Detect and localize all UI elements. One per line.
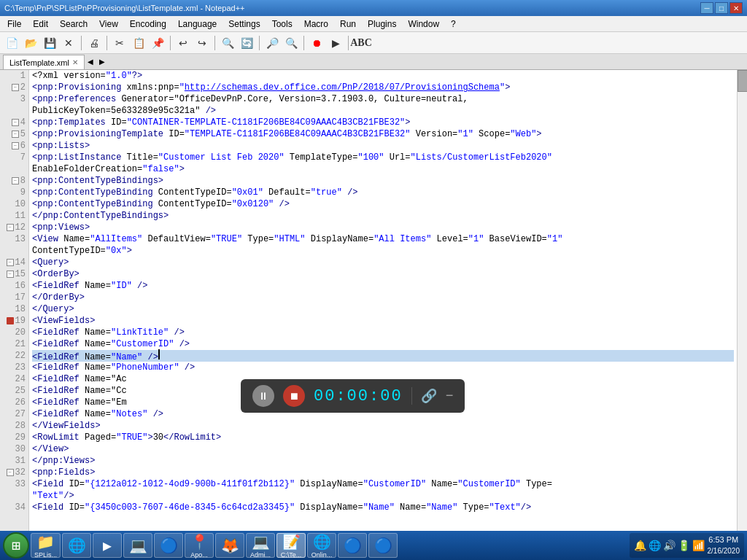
taskbar-btn-9[interactable]: 🌐Onlin...: [307, 533, 336, 558]
print-button[interactable]: 🖨: [85, 34, 103, 52]
macro-play-button[interactable]: ▶: [327, 34, 344, 52]
menu-item-run[interactable]: Run: [334, 18, 362, 31]
timer-link-icon[interactable]: 🔗: [421, 388, 437, 404]
fold-icon-6[interactable]: −: [12, 142, 19, 149]
copy-button[interactable]: 📋: [130, 34, 147, 52]
code-line-34: <pnp:Fields>: [32, 467, 734, 478]
toolbar-separator-5: [259, 36, 260, 50]
taskbar-btn-3[interactable]: 💻: [123, 533, 152, 558]
fold-icon-13[interactable]: −: [7, 224, 14, 231]
line-number-text-31: 29: [15, 432, 26, 443]
code-line-19: </OrderBy>: [32, 292, 734, 303]
scrollbar[interactable]: [737, 70, 747, 542]
fold-icon-5[interactable]: −: [12, 131, 19, 138]
line-num-25: 23: [3, 362, 26, 373]
line-number-text-32: 30: [15, 443, 26, 455]
menu-item-edit[interactable]: Edit: [27, 18, 54, 31]
fold-icon-17[interactable]: −: [7, 271, 14, 278]
taskbar-btn-11[interactable]: 🔵: [368, 533, 398, 558]
line-number-text-25: 23: [15, 362, 26, 373]
timer-pause-button[interactable]: ⏸: [252, 385, 274, 407]
timer-dash-icon: −: [446, 389, 454, 403]
line-num-36: [3, 490, 26, 502]
open-button[interactable]: 📂: [22, 34, 39, 52]
taskbar-btn-7[interactable]: 💻Admi...: [246, 533, 275, 558]
line-num-9: −8: [3, 175, 26, 187]
line-num-14: 13: [3, 233, 26, 245]
taskbar-btn-5[interactable]: 📍Apo...: [185, 533, 214, 558]
taskbar-btn-0[interactable]: 📁SPLis...: [31, 533, 61, 558]
taskbar-btn-8[interactable]: 📝C:\Te...: [276, 533, 306, 558]
find-button[interactable]: 🔍: [219, 34, 236, 52]
menu-item-encoding[interactable]: Encoding: [124, 18, 172, 31]
taskbar-btn-icon-6: 🦊: [221, 537, 239, 555]
menu-item-plugins[interactable]: Plugins: [362, 18, 402, 31]
paste-button[interactable]: 📌: [149, 34, 166, 52]
fold-icon-9[interactable]: −: [12, 177, 19, 184]
fold-icon-16[interactable]: −: [7, 259, 14, 266]
undo-button[interactable]: ↩: [174, 34, 192, 52]
line-num-23: 21: [3, 338, 26, 350]
save-button[interactable]: 💾: [41, 34, 58, 52]
close-tab-button[interactable]: ✕: [60, 34, 77, 52]
line-number-text-21: 19: [15, 315, 26, 327]
title-bar: C:\Temp\PnP\SPListPnPProvisioning\ListTe…: [0, 0, 747, 16]
menu-item-view[interactable]: View: [93, 18, 124, 31]
tab-listtemplate[interactable]: ListTemplate.xml ✕: [3, 55, 85, 69]
taskbar-btn-10[interactable]: 🔵: [338, 533, 367, 558]
sys-tray-icons: 🔔 🌐 🔊 🔋 📶: [634, 540, 705, 551]
line-num-24: 22: [3, 350, 26, 362]
zoom-in-button[interactable]: 🔎: [263, 34, 281, 52]
maximize-button[interactable]: □: [715, 2, 728, 14]
toolbar-separator-2: [107, 36, 107, 50]
menu-item-?[interactable]: ?: [445, 18, 462, 31]
minimize-button[interactable]: ─: [700, 2, 713, 14]
line-num-29: 27: [3, 408, 26, 420]
menu-item-settings[interactable]: Settings: [222, 18, 266, 31]
code-line-24: <FieldRef Name="Name" />: [32, 350, 734, 362]
taskbar-btn-2[interactable]: ▶: [93, 533, 122, 558]
taskbar-btn-6[interactable]: 🦊: [215, 533, 244, 558]
line-num-4: −4: [3, 117, 26, 128]
line-num-28: 26: [3, 397, 26, 408]
timer-stop-button[interactable]: ⏹: [283, 385, 305, 407]
menu-item-language[interactable]: Language: [172, 18, 222, 31]
new-button[interactable]: 📄: [3, 34, 20, 52]
menu-item-window[interactable]: Window: [402, 18, 445, 31]
spell-check-button[interactable]: ABC: [352, 34, 370, 52]
editor-container: 1−23 −4−5−67 −891011−1213 −14−1516171819…: [0, 70, 747, 542]
line-num-11: 10: [3, 198, 26, 210]
zoom-out-button[interactable]: 🔍: [282, 34, 300, 52]
menu-item-macro[interactable]: Macro: [298, 18, 334, 31]
start-button[interactable]: ⊞: [3, 532, 29, 559]
tab-scroll-left[interactable]: ◀: [85, 56, 96, 67]
cut-button[interactable]: ✂: [111, 34, 128, 52]
code-area[interactable]: <?xml version="1.0"?><pnp:Provisioning x…: [29, 70, 737, 542]
taskbar-btn-1[interactable]: 🌐: [62, 533, 91, 558]
redo-button[interactable]: ↪: [193, 34, 211, 52]
replace-button[interactable]: 🔄: [238, 34, 255, 52]
menu-item-tools[interactable]: Tools: [266, 18, 298, 31]
tab-close-icon[interactable]: ✕: [72, 58, 78, 66]
fold-icon-4[interactable]: −: [12, 119, 19, 126]
close-button[interactable]: ✕: [729, 2, 743, 14]
taskbar-btn-icon-1: 🌐: [68, 537, 86, 555]
menu-item-search[interactable]: Search: [54, 18, 93, 31]
line-number-text-24: 22: [15, 350, 26, 362]
fold-icon-1[interactable]: −: [12, 84, 19, 91]
tab-scroll-right[interactable]: ▶: [96, 56, 108, 67]
line-num-3: [3, 105, 26, 117]
fold-icon-34[interactable]: −: [7, 469, 14, 476]
taskbar-btn-icon-9: 🌐: [313, 533, 331, 551]
code-line-31: <RowLimit Paged="TRUE">30</RowLimit>: [32, 432, 734, 443]
code-line-14: <View Name="AllItems" DefaultView="TRUE"…: [32, 233, 734, 245]
code-line-30: </ViewFields>: [32, 420, 734, 432]
taskbar-btn-4[interactable]: 🔵: [154, 533, 183, 558]
macro-record-button[interactable]: ⏺: [308, 34, 325, 52]
line-num-2: 3: [3, 93, 26, 105]
code-line-22: <FieldRef Name="LinkTitle" />: [32, 327, 734, 338]
line-num-15: [3, 245, 26, 257]
tab-bar: ListTemplate.xml ✕ ◀ ▶: [0, 54, 747, 70]
menu-item-file[interactable]: File: [1, 18, 27, 31]
line-number-text-23: 21: [15, 338, 26, 350]
